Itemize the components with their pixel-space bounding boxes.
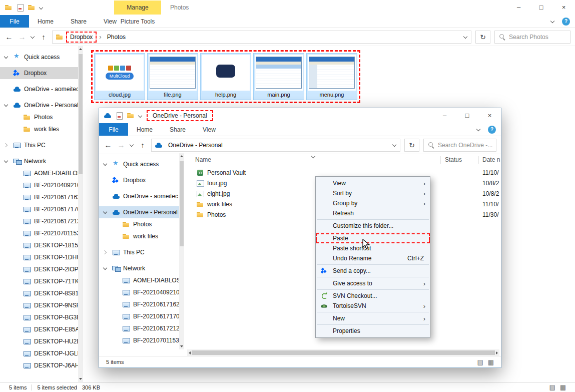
breadcrumb[interactable]: Dropbox › Photos xyxy=(52,31,471,44)
sidebar-item-desktop-1dhu05k[interactable]: DESKTOP-1DHU05K xyxy=(0,251,78,263)
expander-open-icon[interactable] xyxy=(103,210,107,214)
menu-item-group-by[interactable]: Group by› xyxy=(316,198,430,208)
file-item-menu-png[interactable]: menu.png xyxy=(306,53,357,100)
sidebar-item-desktop-hu2lhb5[interactable]: DESKTOP-HU2LHB5 xyxy=(0,335,78,347)
sidebar-item-network[interactable]: Network xyxy=(99,262,179,274)
breadcrumb[interactable]: OneDrive - Personal xyxy=(151,139,400,152)
sidebar-item-bf-202106171629[interactable]: BF-202106171629 xyxy=(0,191,78,203)
menu-item-new[interactable]: New› xyxy=(316,313,430,323)
scroll-up-icon[interactable] xyxy=(79,48,82,50)
close-button[interactable]: × xyxy=(478,108,501,123)
manage-contextual-header[interactable]: Manage xyxy=(114,1,161,15)
sidebar-item-bf-202106172127[interactable]: BF-202106172127 xyxy=(99,322,179,334)
menu-item-paste-shortcut[interactable]: Paste shortcut xyxy=(316,243,430,253)
sidebar-item-bf-202104092105[interactable]: BF-202104092105 xyxy=(99,286,179,298)
sidebar-item-desktop-e85a88p[interactable]: DESKTOP-E85A88P xyxy=(0,323,78,335)
sidebar-item-desktop-j6ahkla[interactable]: DESKTOP-J6AHKLA xyxy=(0,359,78,371)
sidebar-item-desktop-1815ikl[interactable]: DESKTOP-1815IKL xyxy=(0,239,78,251)
menu-item-paste[interactable]: Paste xyxy=(316,233,430,243)
sidebar-item-onedrive-personal[interactable]: OneDrive - Personal xyxy=(99,206,179,218)
sidebar-item-this-pc[interactable]: This PC xyxy=(0,139,78,151)
column-header-status[interactable]: Status xyxy=(445,156,462,163)
document-icon[interactable] xyxy=(16,4,24,12)
sidebar-item-desktop-9nsr2mi[interactable]: DESKTOP-9NSR2MI xyxy=(0,299,78,311)
horizontal-scrollbar[interactable] xyxy=(187,349,499,356)
menu-item-properties[interactable]: Properties xyxy=(316,326,430,336)
scrollbar-thumb[interactable] xyxy=(180,161,184,246)
menu-item-svn-checkout[interactable]: SVN Checkout... xyxy=(316,291,430,301)
sidebar-item-bf-202107011537[interactable]: BF-202107011537 xyxy=(99,334,179,346)
sidebar-item-bf-202104092105[interactable]: BF-202104092105 xyxy=(0,179,78,191)
forward-button[interactable]: → xyxy=(18,33,27,41)
sidebar-item-onedrive-personal[interactable]: OneDrive - Personal xyxy=(0,99,78,111)
thumbnails-view-button[interactable]: ▦ xyxy=(560,383,566,391)
file-item-cloud-jpg[interactable]: MultCloudcloud.jpg xyxy=(94,53,145,100)
maximize-button[interactable]: □ xyxy=(456,108,478,123)
search-input[interactable] xyxy=(438,142,492,149)
sidebar-item-photos[interactable]: Photos xyxy=(99,218,179,230)
expander-open-icon[interactable] xyxy=(4,55,8,59)
sidebar-item-desktop-bg3e86r[interactable]: DESKTOP-BG3E86R xyxy=(0,311,78,323)
sidebar-item-aomei-diablos[interactable]: AOMEI-DIABLOS xyxy=(99,274,179,286)
tab-view[interactable]: View xyxy=(194,123,224,136)
help-icon[interactable]: ? xyxy=(488,126,496,134)
sidebar-item-dropbox[interactable]: Dropbox xyxy=(0,67,78,79)
back-button[interactable]: ← xyxy=(5,33,14,41)
scroll-up-icon[interactable] xyxy=(180,155,183,157)
menu-item-undo-rename[interactable]: Undo RenameCtrl+Z xyxy=(316,253,430,263)
ribbon-expand-chevron-icon[interactable] xyxy=(550,19,555,24)
sort-chevron-icon[interactable] xyxy=(311,154,316,159)
folder-icon[interactable] xyxy=(5,4,13,12)
menu-item-send-a-copy[interactable]: Send a copy... xyxy=(316,266,430,276)
column-divider[interactable] xyxy=(478,156,479,164)
breadcrumb-item-photos[interactable]: Photos xyxy=(104,33,129,42)
sidebar-item-onedrive-aomeitec[interactable]: OneDrive - aomeitec xyxy=(0,83,78,95)
sidebar-item-desktop-71tkplp[interactable]: DESKTOP-71TKPLP xyxy=(0,275,78,287)
tab-file[interactable]: File xyxy=(99,123,128,136)
close-button[interactable]: × xyxy=(552,0,575,15)
file-item-main-png[interactable]: main.png xyxy=(253,53,304,100)
breadcrumb-item-onedrive-personal[interactable]: OneDrive - Personal xyxy=(165,141,226,150)
tab-picture-tools[interactable]: Picture Tools xyxy=(114,15,161,28)
scroll-down-icon[interactable] xyxy=(180,345,183,347)
sidebar-scrollbar[interactable] xyxy=(78,46,83,382)
menu-item-sort-by[interactable]: Sort by› xyxy=(316,188,430,198)
maximize-button[interactable]: □ xyxy=(530,0,552,15)
tab-share[interactable]: Share xyxy=(161,123,194,136)
details-view-button[interactable]: ▤ xyxy=(477,358,483,366)
sidebar-item-bf-202106171629[interactable]: BF-202106171629 xyxy=(99,298,179,310)
folder-icon[interactable] xyxy=(28,4,36,12)
sidebar-item-bf-202107011537[interactable]: BF-202107011537 xyxy=(0,227,78,239)
column-header-name[interactable]: Name xyxy=(195,156,211,163)
customize-toolbar-chevron-icon[interactable] xyxy=(138,114,143,118)
expander-open-icon[interactable] xyxy=(103,162,107,166)
up-button[interactable]: ↑ xyxy=(39,33,48,41)
sidebar-item-aomei-diablos[interactable]: AOMEI-DIABLOS xyxy=(0,167,78,179)
recent-locations-chevron-icon[interactable] xyxy=(31,35,35,39)
menu-item-refresh[interactable]: Refresh xyxy=(316,208,430,218)
sidebar-item-work-files[interactable]: work files xyxy=(0,123,78,135)
menu-item-give-access-to[interactable]: Give access to› xyxy=(316,278,430,288)
scroll-right-icon[interactable] xyxy=(496,351,498,354)
sidebar-item-work-files[interactable]: work files xyxy=(99,230,179,242)
sidebar-item-this-pc[interactable]: This PC xyxy=(99,246,179,258)
back-button[interactable]: ← xyxy=(104,141,113,149)
sidebar-scrollbar[interactable] xyxy=(179,153,184,349)
sidebar-item-quick-access[interactable]: Quick access xyxy=(0,51,78,63)
sidebar-item-onedrive-aomeitec[interactable]: OneDrive - aomeitec xyxy=(99,190,179,202)
expander-open-icon[interactable] xyxy=(4,159,8,163)
column-divider[interactable] xyxy=(440,156,441,164)
sidebar-item-dropbox[interactable]: Dropbox xyxy=(99,174,179,186)
sidebar-item-desktop-ijgldi2[interactable]: DESKTOP-IJGLDI2 xyxy=(0,347,78,359)
sidebar-item-photos[interactable]: Photos xyxy=(0,111,78,123)
up-button[interactable]: ↑ xyxy=(138,141,147,149)
ribbon-expand-chevron-icon[interactable] xyxy=(476,127,481,132)
refresh-button[interactable]: ↻ xyxy=(475,31,490,44)
document-icon[interactable] xyxy=(115,112,123,120)
recent-locations-chevron-icon[interactable] xyxy=(130,143,134,147)
tab-file[interactable]: File xyxy=(0,15,29,28)
expander-open-icon[interactable] xyxy=(103,266,107,270)
sidebar-item-bf-202106171705[interactable]: BF-202106171705 xyxy=(0,203,78,215)
file-item-help-png[interactable]: help.png xyxy=(200,53,251,100)
forward-button[interactable]: → xyxy=(117,141,126,149)
